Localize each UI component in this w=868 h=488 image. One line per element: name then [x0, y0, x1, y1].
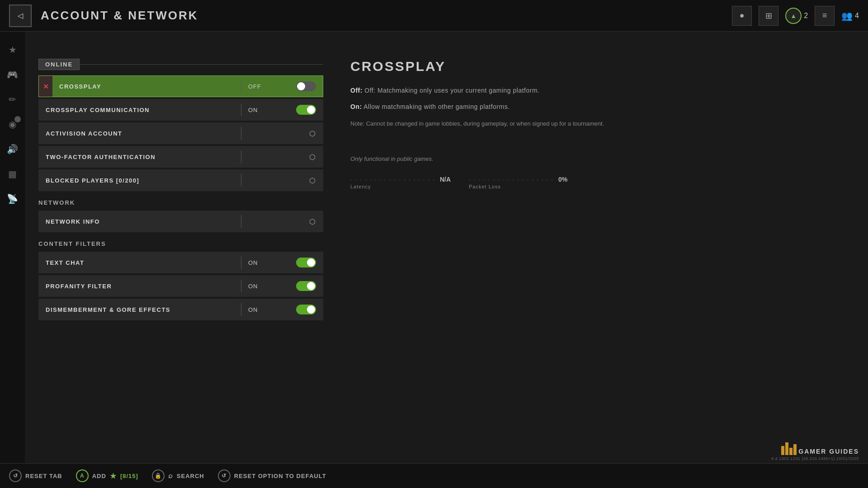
text-chat-label: TEXT CHAT [39, 259, 241, 266]
back-icon: ◁ [18, 11, 23, 20]
sidebar-icon-sound[interactable]: 🔊 [4, 140, 22, 158]
search-icon2: ⌕ [168, 472, 173, 480]
sidebar-icon-pencil[interactable]: ✏ [4, 90, 22, 108]
main-content: ONLINE ✕ CROSSPLAY OFF CROSSPLAY COMMUNI… [25, 32, 868, 463]
network-info-ext-icon: ⬡ [309, 217, 316, 226]
profanity-filter-toggle[interactable] [296, 281, 316, 291]
two-factor-row[interactable]: TWO-FACTOR AUTHENTICATION ⬡ [38, 146, 323, 168]
sidebar-icon-star[interactable]: ★ [4, 41, 22, 59]
activision-account-value-area: ⬡ [241, 129, 323, 138]
crossplay-x-icon: ✕ [39, 76, 52, 97]
reset-tab-label: RESET TAB [25, 473, 62, 479]
profanity-filter-value-area: ON [241, 281, 323, 291]
profanity-filter-value: ON [248, 283, 258, 290]
sidebar-icon-gamepad[interactable]: 🎮 [4, 66, 22, 84]
crossplay-comm-label: CROSSPLAY COMMUNICATION [39, 107, 241, 113]
notification-icon: ▲ [785, 8, 802, 24]
crossplay-comm-value: ON [248, 107, 258, 113]
add-count: [8/15] [120, 473, 138, 479]
dismemberment-row[interactable]: DISMEMBERMENT & GORE EFFECTS ON [38, 299, 323, 320]
crossplay-toggle[interactable] [296, 81, 316, 91]
crossplay-value-area: OFF [241, 81, 323, 91]
network-section-label: NETWORK [38, 199, 323, 206]
two-factor-ext-icon: ⬡ [309, 153, 316, 161]
crossplay-value-text: OFF [248, 83, 261, 90]
search-label: SEARCH [177, 473, 204, 479]
latency-dashes: - - - - - - - - - - - - - - - - - - [350, 177, 435, 182]
sidebar-badge [14, 116, 21, 122]
add-label: ADD [92, 473, 106, 479]
version-text: 9.4.1303.1231 (36.210.1465+1) 10/01/2025 [771, 456, 859, 461]
dismemberment-toggle[interactable] [296, 305, 316, 314]
friends-button[interactable]: 👥 4 [841, 10, 859, 21]
bottom-bar: ↺ RESET TAB A ADD ★ [8/15] 🔒 ⌕ SEARCH ↺ … [0, 463, 868, 488]
crossplay-row[interactable]: ✕ CROSSPLAY OFF [38, 75, 323, 97]
left-sidebar: ★ 🎮 ✏ ◉ 🔊 ▦ 📡 [0, 32, 25, 463]
blocked-players-label: BLOCKED PLAYERS [0/200] [39, 177, 241, 184]
latency-value: N/A [440, 176, 451, 183]
crossplay-communication-row[interactable]: CROSSPLAY COMMUNICATION ON [38, 99, 323, 121]
reset-tab-icon: ↺ [9, 469, 22, 482]
profanity-filter-row[interactable]: PROFANITY FILTER ON [38, 275, 323, 297]
currency-icon[interactable]: ● [732, 6, 752, 26]
blocked-players-row[interactable]: BLOCKED PLAYERS [0/200] ⬡ [38, 169, 323, 191]
latency-stat: - - - - - - - - - - - - - - - - - - N/A … [350, 176, 451, 189]
reset-option-icon: ↺ [218, 469, 231, 482]
reset-tab-button[interactable]: ↺ RESET TAB [9, 469, 62, 482]
back-button[interactable]: ◁ [9, 5, 32, 27]
activision-ext-icon: ⬡ [309, 129, 316, 138]
activision-account-row[interactable]: ACTIVISION ACCOUNT ⬡ [38, 122, 323, 144]
text-chat-row[interactable]: TEXT CHAT ON [38, 252, 323, 273]
add-star-icon: ★ [110, 472, 117, 480]
two-factor-label: TWO-FACTOR AUTHENTICATION [39, 154, 241, 160]
detail-desc-off: Off: Off: Matchmaking only uses your cur… [350, 85, 850, 96]
packet-dashes: - - - - - - - - - - - - - - - - - - [469, 177, 554, 182]
menu-icon[interactable]: ≡ [815, 6, 835, 26]
online-label: ONLINE [38, 59, 80, 70]
text-chat-value: ON [248, 259, 258, 266]
detail-title: CROSSPLAY [350, 59, 850, 74]
activision-account-label: ACTIVISION ACCOUNT [39, 130, 241, 137]
dismemberment-value: ON [248, 306, 258, 313]
watermark: GAMER GUIDES 9.4.1303.1231 (36.210.1465+… [771, 442, 859, 461]
network-info-value-area: ⬡ [241, 217, 323, 226]
text-chat-toggle[interactable] [296, 258, 316, 267]
gg-text: GAMER GUIDES [798, 448, 859, 455]
notification-count: 2 [804, 12, 808, 20]
dismemberment-value-area: ON [241, 305, 323, 314]
grid-icon[interactable]: ⊞ [759, 6, 778, 26]
detail-panel: CROSSPLAY Off: Off: Matchmaking only use… [332, 32, 868, 463]
section-line [80, 64, 323, 65]
header: ◁ ACCOUNT & NETWORK ● ⊞ ▲ 2 ≡ 👥 4 [0, 0, 868, 32]
two-factor-value-area: ⬡ [241, 153, 323, 161]
sidebar-icon-badge[interactable]: ◉ [4, 115, 22, 133]
packet-value: 0% [558, 176, 567, 183]
settings-panel: ONLINE ✕ CROSSPLAY OFF CROSSPLAY COMMUNI… [25, 32, 332, 463]
packet-loss-stat: - - - - - - - - - - - - - - - - - - 0% P… [469, 176, 567, 189]
network-info-label: NETWORK INFO [39, 218, 241, 225]
friends-icon: 👥 [841, 10, 853, 21]
content-filters-section-label: CONTENT FILTERS [38, 240, 323, 247]
notification-button[interactable]: ▲ 2 [785, 8, 808, 24]
add-button[interactable]: A ADD ★ [8/15] [76, 469, 138, 482]
detail-only-public: Only functional in public games. [350, 155, 850, 162]
latency-label: Latency [350, 184, 451, 189]
packet-label: Packet Loss [469, 184, 567, 189]
online-section-header: ONLINE [38, 59, 323, 70]
gg-logo-area: GAMER GUIDES [781, 442, 859, 455]
text-chat-value-area: ON [241, 258, 323, 267]
page-title: ACCOUNT & NETWORK [41, 9, 198, 23]
search-button[interactable]: 🔒 ⌕ SEARCH [152, 469, 204, 482]
blocked-players-ext-icon: ⬡ [309, 176, 316, 185]
reset-option-button[interactable]: ↺ RESET OPTION TO DEFAULT [218, 469, 326, 482]
blocked-players-value-area: ⬡ [241, 176, 323, 185]
sidebar-icon-network[interactable]: 📡 [4, 190, 22, 208]
dismemberment-label: DISMEMBERMENT & GORE EFFECTS [39, 306, 241, 313]
detail-desc-on: On: Allow matchmaking with other gaming … [350, 102, 850, 113]
network-info-row[interactable]: NETWORK INFO ⬡ [38, 211, 323, 232]
search-icon: 🔒 [152, 469, 165, 482]
sidebar-icon-grid[interactable]: ▦ [4, 165, 22, 183]
crossplay-comm-toggle[interactable] [296, 105, 316, 115]
crossplay-label: CROSSPLAY [52, 83, 241, 90]
profanity-filter-label: PROFANITY FILTER [39, 283, 241, 290]
